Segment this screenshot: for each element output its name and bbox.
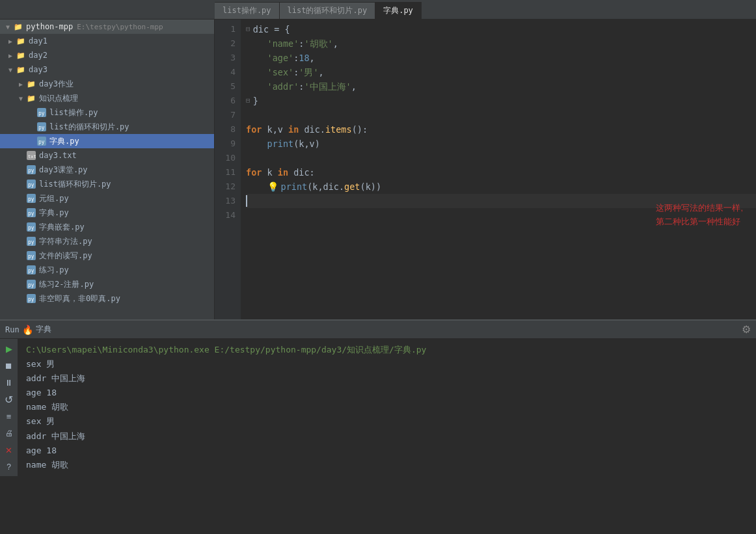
clear-button[interactable]: ✕	[2, 443, 16, 457]
pause-button[interactable]: ⏸	[2, 375, 16, 390]
svg-text:py: py	[28, 239, 34, 245]
code-line-14	[246, 208, 756, 222]
py-icon: py	[26, 222, 36, 232]
py-icon: py	[26, 265, 36, 275]
tree-item-label: day2	[29, 51, 47, 60]
settings-button[interactable]: ⚙	[742, 323, 751, 336]
tab-label: list的循环和切片.py	[288, 5, 368, 16]
sidebar-item-list循环和切片.py[interactable]: pylist循环和切片.py	[0, 177, 214, 191]
sidebar-item-list操作.py[interactable]: pylist操作.py	[0, 105, 214, 120]
tab-bar: list操作.py list的循环和切片.py 字典.py	[0, 0, 756, 20]
code-editor[interactable]: 1 2 3 4 5 6 7 8 9 10 11 12 13 14 ⊟ dic =…	[215, 20, 756, 319]
project-root[interactable]: ▼ 📁 python-mpp E:\testpy\python-mpp	[0, 20, 214, 34]
tree-item-label: day3	[29, 65, 47, 74]
arrow-project: ▼	[3, 23, 13, 31]
py-icon: py	[26, 207, 36, 218]
tree-item-label: 练习2-注册.py	[39, 279, 94, 290]
output-line: age 18	[26, 444, 748, 458]
run-action-bar: ▶ ⏹ ⏸ ↺ ≡ 🖨 ✕ ?	[0, 339, 18, 476]
tree-arrow: ▼	[5, 66, 16, 73]
py-icon: py	[36, 107, 47, 118]
sidebar-item-字典嵌套.py[interactable]: py字典嵌套.py	[0, 220, 214, 234]
tree-item-label: 元组.py	[39, 193, 69, 204]
folder-icon: 📁	[16, 64, 26, 75]
project-name: python-mpp	[26, 22, 73, 31]
sidebar-item-day2[interactable]: ▶📁day2	[0, 48, 214, 62]
sidebar-item-字典.py[interactable]: py字典.py	[0, 206, 214, 220]
tree-item-label: 非空即真，非0即真.py	[39, 293, 120, 304]
sidebar-item-day3作业[interactable]: ▶📁day3作业	[0, 77, 214, 91]
sidebar-item-文件的读写.py[interactable]: py文件的读写.py	[0, 248, 214, 263]
rerun-button[interactable]: ↺	[2, 392, 16, 407]
code-content[interactable]: ⊟ dic = { 'name':'胡歌', 'age':18, 'sex':'…	[241, 20, 756, 319]
tree-arrow: ▶	[16, 81, 26, 88]
tab-list-ops[interactable]: list操作.py	[215, 2, 280, 19]
svg-text:py: py	[38, 111, 45, 116]
py-icon: py	[26, 193, 36, 204]
sidebar-item-练习.py[interactable]: py练习.py	[0, 263, 214, 277]
help-button[interactable]: ?	[2, 460, 16, 474]
folder-icon-root: 📁	[13, 21, 23, 32]
tree-item-label: 字典.py	[39, 207, 69, 219]
sidebar-item-list的循环和切片.py[interactable]: pylist的循环和切片.py	[0, 120, 214, 134]
svg-text:py: py	[28, 182, 34, 188]
code-line-2: 'name':'胡歌',	[246, 36, 756, 51]
sidebar-item-day3.txt[interactable]: txtday3.txt	[0, 148, 214, 163]
sidebar: ▼ 📁 python-mpp E:\testpy\python-mpp ▶📁da…	[0, 20, 215, 319]
tree-item-label: list的循环和切片.py	[49, 122, 129, 133]
tree-arrow: ▶	[5, 52, 16, 59]
main-area: ▼ 📁 python-mpp E:\testpy\python-mpp ▶📁da…	[0, 20, 756, 319]
lightbulb-icon[interactable]: 💡	[267, 180, 278, 194]
code-line-4: 'sex':'男',	[246, 65, 756, 79]
sidebar-item-元组.py[interactable]: py元组.py	[0, 191, 214, 206]
py-icon: py	[36, 122, 47, 132]
svg-text:py: py	[38, 125, 45, 131]
output-line: addr 中国上海	[26, 371, 748, 386]
py-icon: py	[36, 136, 47, 146]
folder-icon: 📁	[26, 79, 36, 89]
output-line: name 胡歌	[26, 400, 748, 414]
py-icon: py	[26, 179, 36, 189]
tree-item-label: day3课堂.py	[39, 165, 88, 176]
sidebar-item-字典.py[interactable]: py字典.py	[0, 134, 214, 148]
tree-arrow: ▼	[16, 95, 26, 102]
stop-button[interactable]: ⏹	[2, 358, 16, 373]
code-line-5: 'addr':'中国上海',	[246, 79, 756, 94]
sidebar-item-day3课堂.py[interactable]: pyday3课堂.py	[0, 163, 214, 177]
run-output[interactable]: C:\Users\mapei\Miniconda3\python.exe E:/…	[18, 339, 756, 476]
sidebar-item-知识点梳理[interactable]: ▼📁知识点梳理	[0, 91, 214, 105]
sidebar-item-day3[interactable]: ▼📁day3	[0, 62, 214, 77]
svg-text:txt: txt	[28, 154, 36, 159]
tab-list-loop[interactable]: list的循环和切片.py	[280, 2, 376, 19]
bottom-panel: Run 🔥 字典 ⚙ ▶ ⏹ ⏸ ↺ ≡ 🖨 ✕ ? C:\Users\mape…	[0, 319, 756, 534]
fold-icon-1[interactable]: ⊟	[246, 22, 250, 36]
sidebar-item-day1[interactable]: ▶📁day1	[0, 34, 214, 48]
py-icon: py	[26, 236, 36, 247]
sidebar-tree: ▶📁day1▶📁day2▼📁day3▶📁day3作业▼📁知识点梳理pylist操…	[0, 34, 214, 306]
code-line-8: for k,v in dic.items():	[246, 122, 756, 137]
code-line-3: 'age':18,	[246, 51, 756, 65]
svg-text:py: py	[28, 297, 34, 302]
sidebar-item-非空即真，非0即真.py[interactable]: py非空即真，非0即真.py	[0, 291, 214, 306]
tree-arrow: ▶	[5, 38, 16, 45]
editor-area: 1 2 3 4 5 6 7 8 9 10 11 12 13 14 ⊟ dic =…	[215, 20, 756, 319]
sidebar-item-练习2-注册.py[interactable]: py练习2-注册.py	[0, 277, 214, 291]
svg-text:py: py	[28, 168, 34, 174]
fold-icon-6[interactable]: ⊟	[246, 94, 250, 108]
run-button[interactable]: ▶	[2, 341, 16, 356]
svg-text:py: py	[28, 211, 34, 217]
project-path: E:\testpy\python-mpp	[77, 23, 163, 31]
print-button[interactable]: 🖨	[2, 426, 16, 440]
run-file-name: 字典	[36, 324, 51, 335]
py-icon: py	[26, 250, 36, 261]
txt-icon: txt	[26, 150, 36, 161]
tab-dict[interactable]: 字典.py	[375, 2, 422, 19]
code-line-13[interactable]	[246, 194, 756, 208]
code-line-6: ⊟ }	[246, 94, 756, 108]
code-line-10	[246, 151, 756, 165]
sidebar-item-字符串方法.py[interactable]: py字符串方法.py	[0, 234, 214, 248]
py-icon: py	[26, 165, 36, 175]
pin-button[interactable]: ≡	[2, 409, 16, 423]
tab-label: 字典.py	[383, 5, 413, 16]
folder-icon: 📁	[16, 50, 26, 60]
